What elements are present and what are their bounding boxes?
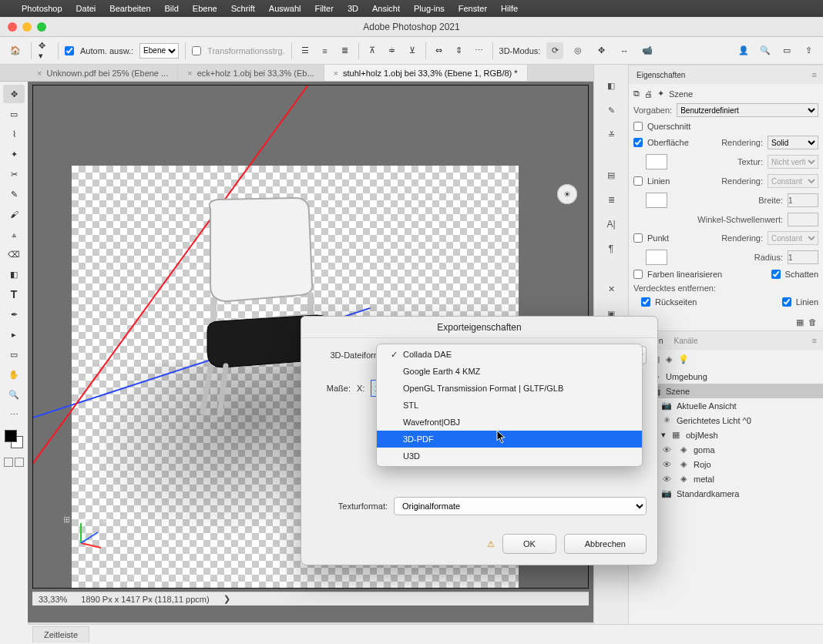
doc-tab-0[interactable]: ×Unknown.pdf bei 25% (Ebene ... bbox=[28, 65, 178, 81]
shadows-checkbox[interactable] bbox=[771, 270, 781, 279]
points-color-swatch[interactable] bbox=[646, 250, 667, 265]
shape-tool[interactable]: ▭ bbox=[3, 345, 25, 364]
stamp-tool[interactable]: ⟁ bbox=[3, 225, 25, 243]
swatches-panel-icon[interactable]: ✎ bbox=[601, 102, 621, 119]
auto-select-target[interactable]: Ebene bbox=[139, 43, 179, 59]
channels-tab[interactable]: Kanäle bbox=[672, 334, 699, 348]
option-gltf[interactable]: OpenGL Transmission Format | GLTF/GLB bbox=[377, 380, 642, 397]
align-right-icon[interactable]: ≣ bbox=[338, 44, 352, 58]
cross-section-checkbox[interactable] bbox=[633, 122, 643, 131]
eyedropper-tool[interactable]: ✎ bbox=[3, 185, 25, 203]
option-collada[interactable]: ✓Collada DAE bbox=[377, 346, 642, 363]
type-tool[interactable]: T bbox=[3, 285, 25, 304]
3d-roll-icon[interactable]: ◎ bbox=[569, 42, 586, 59]
menu-3d[interactable]: 3D bbox=[348, 4, 358, 13]
align-bottom-icon[interactable]: ⊻ bbox=[405, 44, 419, 58]
option-stl[interactable]: STL bbox=[377, 397, 642, 414]
preset-select[interactable]: Benutzerdefiniert bbox=[677, 103, 818, 117]
lines2-checkbox[interactable] bbox=[782, 297, 791, 307]
brush-tool[interactable]: 🖌 bbox=[3, 205, 25, 223]
menu-schrift[interactable]: Schrift bbox=[231, 4, 255, 13]
3d-scale-icon[interactable]: 📹 bbox=[639, 42, 656, 59]
ok-button[interactable]: OK bbox=[502, 534, 556, 554]
layers-panel-icon[interactable]: ≣ bbox=[601, 191, 621, 208]
texture-format-select[interactable]: Originalformate bbox=[394, 497, 647, 515]
scene-print-icon[interactable]: 🖨 bbox=[644, 89, 653, 99]
3d-axis-gizmo[interactable] bbox=[75, 518, 106, 549]
menu-bearbeiten[interactable]: Bearbeiten bbox=[109, 4, 150, 13]
menu-bild[interactable]: Bild bbox=[165, 4, 179, 13]
adjustments-panel-icon[interactable]: ≚ bbox=[601, 126, 621, 143]
linearize-checkbox[interactable] bbox=[633, 270, 643, 279]
align-top-icon[interactable]: ⊼ bbox=[365, 44, 379, 58]
menu-ebene[interactable]: Ebene bbox=[193, 4, 217, 13]
doc-tab-2[interactable]: ×stuhl+holz 1.obj bei 33,3% (Ebene 1, RG… bbox=[324, 65, 528, 81]
foreground-swatch[interactable] bbox=[5, 430, 17, 442]
share-icon[interactable]: ⇪ bbox=[800, 42, 817, 59]
option-3dpdf[interactable]: 3D-PDF bbox=[377, 431, 642, 448]
surface-color-swatch[interactable] bbox=[646, 154, 667, 169]
edit-toolbar[interactable]: ⋯ bbox=[3, 405, 25, 424]
foreground-background-colors[interactable] bbox=[3, 428, 25, 453]
status-caret[interactable]: ❯ bbox=[223, 594, 230, 604]
timeline-tab[interactable]: Zeitleiste bbox=[32, 626, 89, 642]
move-tool-icon[interactable]: ✥ ▾ bbox=[38, 44, 52, 58]
properties-tab[interactable]: Eigenschaften bbox=[635, 68, 687, 82]
align-center-h-icon[interactable]: ≡ bbox=[318, 44, 332, 58]
ground-grid-icon[interactable]: ⊞ bbox=[59, 512, 73, 526]
menu-plugins[interactable]: Plug-ins bbox=[414, 4, 445, 13]
close-tab-icon[interactable]: × bbox=[187, 69, 192, 78]
render-button-icon[interactable]: ▦ bbox=[796, 317, 804, 327]
screenmode-toggle[interactable] bbox=[15, 458, 24, 467]
menu-ansicht[interactable]: Ansicht bbox=[372, 4, 400, 13]
gradient-tool[interactable]: ◧ bbox=[3, 265, 25, 283]
libraries-panel-icon[interactable]: ▤ bbox=[601, 166, 621, 183]
filter-material-icon[interactable]: ◈ bbox=[666, 354, 672, 364]
doc-tab-1[interactable]: ×eck+holz 1.obj bei 33,3% (Eb... bbox=[178, 65, 324, 81]
zoom-level[interactable]: 33,33% bbox=[39, 595, 67, 604]
backfaces-checkbox[interactable] bbox=[641, 297, 650, 307]
auto-select-checkbox[interactable] bbox=[65, 46, 74, 55]
pen-tool[interactable]: ✒ bbox=[3, 305, 25, 324]
color-panel-icon[interactable]: ◧ bbox=[601, 77, 621, 94]
menu-datei[interactable]: Datei bbox=[76, 4, 96, 13]
surface-rendering-select[interactable]: Solid bbox=[768, 136, 818, 149]
lines-checkbox[interactable] bbox=[633, 176, 643, 186]
align-middle-icon[interactable]: ≑ bbox=[385, 44, 399, 58]
path-select-tool[interactable]: ▸ bbox=[3, 325, 25, 344]
panel-menu-icon[interactable]: ≡ bbox=[812, 70, 817, 79]
maximize-window-button[interactable] bbox=[37, 22, 46, 32]
cloud-docs-icon[interactable]: 👤 bbox=[735, 42, 752, 59]
scene-props-icon[interactable]: ⧉ bbox=[633, 89, 640, 99]
panel-menu-icon[interactable]: ≡ bbox=[812, 336, 817, 345]
search-icon[interactable]: 🔍 bbox=[757, 42, 774, 59]
workspace-icon[interactable]: ▭ bbox=[778, 42, 795, 59]
menu-filter[interactable]: Filter bbox=[314, 4, 333, 13]
transform-controls-checkbox[interactable] bbox=[192, 46, 201, 55]
more-align-icon[interactable]: ⋯ bbox=[472, 44, 486, 58]
caret-down-icon[interactable]: ▾ bbox=[661, 430, 666, 440]
quickmask-toggle[interactable] bbox=[4, 458, 13, 467]
cancel-button[interactable]: Abbrechen bbox=[564, 534, 647, 554]
zoom-tool[interactable]: 🔍 bbox=[3, 385, 25, 404]
close-tab-icon[interactable]: × bbox=[334, 69, 338, 78]
distribute-v-icon[interactable]: ⇕ bbox=[452, 44, 466, 58]
eraser-tool[interactable]: ⌫ bbox=[3, 245, 25, 263]
option-u3d[interactable]: U3D bbox=[377, 448, 642, 465]
close-window-button[interactable] bbox=[8, 22, 17, 32]
option-kmz[interactable]: Google Earth 4 KMZ bbox=[377, 363, 642, 380]
quick-select-tool[interactable]: ✦ bbox=[3, 145, 25, 163]
marquee-tool[interactable]: ▭ bbox=[3, 105, 25, 123]
3d-pan-icon[interactable]: ✥ bbox=[593, 42, 610, 59]
app-name[interactable]: Photoshop bbox=[22, 4, 62, 13]
option-obj[interactable]: Wavefront|OBJ bbox=[377, 414, 642, 431]
3d-orbit-icon[interactable]: ⟳ bbox=[546, 42, 563, 59]
surface-checkbox[interactable] bbox=[633, 138, 643, 147]
filter-light-icon[interactable]: 💡 bbox=[678, 354, 689, 364]
trash-icon[interactable]: 🗑 bbox=[808, 317, 817, 327]
close-tab-icon[interactable]: × bbox=[37, 69, 42, 78]
minimize-window-button[interactable] bbox=[22, 22, 32, 32]
3d-light-widget[interactable]: ☀ bbox=[557, 184, 577, 204]
lasso-tool[interactable]: ⌇ bbox=[3, 125, 25, 143]
home-button[interactable]: 🏠 bbox=[6, 42, 25, 60]
